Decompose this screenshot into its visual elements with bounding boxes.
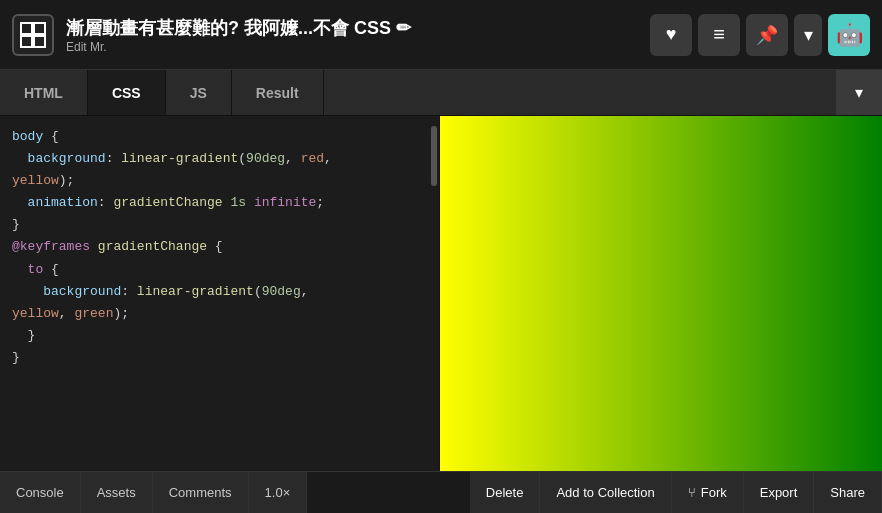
fork-icon: ⑂	[688, 485, 696, 500]
dropdown-chevron-button[interactable]: ▾	[794, 14, 822, 56]
avatar-button[interactable]: 🤖	[828, 14, 870, 56]
delete-button[interactable]: Delete	[470, 472, 541, 514]
code-line: yellow, green);	[0, 303, 439, 325]
code-line: }	[0, 325, 439, 347]
list-button[interactable]: ≡	[698, 14, 740, 56]
assets-button[interactable]: Assets	[81, 472, 153, 514]
svg-rect-1	[34, 23, 45, 34]
add-collection-button[interactable]: Add to Collection	[540, 472, 671, 514]
share-button[interactable]: Share	[814, 472, 882, 514]
gradient-animation	[440, 116, 882, 471]
header-title-area: 漸層動畫有甚麼難的? 我阿嬤...不會 CSS ✏ Edit Mr.	[66, 16, 650, 54]
scrollbar[interactable]	[431, 126, 437, 186]
code-line: background: linear-gradient(90deg, red,	[0, 148, 439, 170]
preview-panel	[440, 116, 882, 471]
page-title: 漸層動畫有甚麼難的? 我阿嬤...不會 CSS ✏	[66, 16, 650, 40]
export-button[interactable]: Export	[744, 472, 815, 514]
tab-html[interactable]: HTML	[0, 70, 88, 115]
fork-label: Fork	[701, 485, 727, 500]
tab-css[interactable]: CSS	[88, 70, 166, 115]
page-subtitle: Edit Mr.	[66, 40, 650, 54]
console-button[interactable]: Console	[0, 472, 81, 514]
svg-rect-0	[21, 23, 32, 34]
code-line: background: linear-gradient(90deg,	[0, 281, 439, 303]
code-line: }	[0, 214, 439, 236]
main-content: body { background: linear-gradient(90deg…	[0, 116, 882, 471]
tab-js[interactable]: JS	[166, 70, 232, 115]
code-line: yellow);	[0, 170, 439, 192]
zoom-control[interactable]: 1.0×	[249, 472, 308, 514]
tab-bar: HTML CSS JS Result ▾	[0, 70, 882, 116]
site-logo	[12, 14, 54, 56]
tab-dropdown[interactable]: ▾	[836, 70, 882, 115]
header-actions: ♥ ≡ 📌 ▾ 🤖	[650, 14, 870, 56]
heart-button[interactable]: ♥	[650, 14, 692, 56]
code-editor[interactable]: body { background: linear-gradient(90deg…	[0, 116, 440, 471]
code-line: to {	[0, 259, 439, 281]
svg-rect-3	[34, 36, 45, 47]
bottom-bar: Console Assets Comments 1.0× Delete Add …	[0, 471, 882, 513]
code-line: body {	[0, 126, 439, 148]
header: 漸層動畫有甚麼難的? 我阿嬤...不會 CSS ✏ Edit Mr. ♥ ≡ 📌…	[0, 0, 882, 70]
svg-rect-2	[21, 36, 32, 47]
comments-button[interactable]: Comments	[153, 472, 249, 514]
pin-button[interactable]: 📌	[746, 14, 788, 56]
code-line: @keyframes gradientChange {	[0, 236, 439, 258]
fork-button[interactable]: ⑂ Fork	[672, 472, 744, 514]
tab-result[interactable]: Result	[232, 70, 324, 115]
code-line: animation: gradientChange 1s infinite;	[0, 192, 439, 214]
code-line: }	[0, 347, 439, 369]
